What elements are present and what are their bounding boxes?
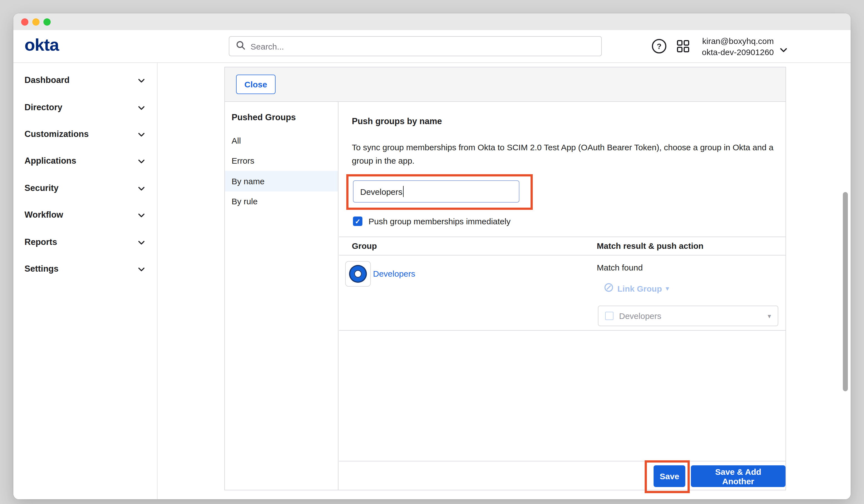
column-header-group: Group <box>352 241 377 251</box>
sidebar-item-label: Applications <box>24 156 76 166</box>
chevron-down-icon <box>138 264 145 274</box>
group-select[interactable]: Developers ▾ <box>598 305 778 326</box>
window-close-button[interactable] <box>21 18 28 25</box>
apps-grid-button[interactable] <box>676 39 690 53</box>
subnav-list: All Errors By name By rule <box>225 130 338 212</box>
group-avatar-icon <box>350 266 366 281</box>
subnav-item-all[interactable]: All <box>225 130 338 151</box>
sidebar-item-label: Reports <box>24 237 57 247</box>
close-button[interactable]: Close <box>236 75 276 94</box>
chevron-down-icon <box>138 102 145 112</box>
sidebar-item-label: Customizations <box>24 129 89 139</box>
vertical-scrollbar-thumb[interactable] <box>843 192 848 391</box>
sidebar-item-customizations[interactable]: Customizations <box>13 121 157 148</box>
chevron-down-icon[interactable] <box>780 45 787 55</box>
push-immediately-checkbox[interactable]: ✓ <box>353 217 362 226</box>
sidebar-item-applications[interactable]: Applications <box>13 147 157 175</box>
push-immediately-label[interactable]: Push group memberships immediately <box>369 217 511 226</box>
search-icon <box>236 40 245 52</box>
chevron-down-icon <box>138 156 145 166</box>
group-avatar <box>345 261 371 287</box>
column-header-match: Match result & push action <box>597 241 704 251</box>
group-link[interactable]: Developers <box>373 269 415 278</box>
desktop-background: okta ? kiran@boxyhq.com okta-dev-2090126… <box>0 0 864 504</box>
sidebar-item-label: Workflow <box>24 210 63 220</box>
chevron-down-icon <box>138 210 145 220</box>
footer-divider <box>339 461 785 461</box>
search-bar <box>229 36 602 56</box>
subnav-item-by-name[interactable]: By name <box>225 171 338 191</box>
pushed-groups-subnav: Pushed Groups All Errors By name By rule <box>225 102 338 490</box>
sidebar-item-label: Settings <box>24 264 58 274</box>
push-immediately-row: ✓ Push group memberships immediately <box>353 217 511 226</box>
window-titlebar <box>13 13 851 30</box>
push-groups-dialog: Close Pushed Groups All Errors By name B… <box>224 67 786 490</box>
chevron-down-icon <box>138 237 145 247</box>
chevron-down-icon <box>138 183 145 193</box>
sidebar-item-reports[interactable]: Reports <box>13 228 157 255</box>
chevron-down-icon: ▾ <box>768 312 771 320</box>
sidebar-item-settings[interactable]: Settings <box>13 255 157 282</box>
panel-description: To sync group memberships from Okta to S… <box>352 141 780 168</box>
sidebar-item-label: Security <box>24 183 58 193</box>
dialog-toolbar: Close <box>225 67 785 102</box>
help-button[interactable]: ? <box>652 39 667 53</box>
subnav-item-by-rule[interactable]: By rule <box>225 191 338 212</box>
app-window: okta ? kiran@boxyhq.com okta-dev-2090126… <box>13 13 851 499</box>
check-icon: ✓ <box>355 217 360 225</box>
account-org: okta-dev-20901260 <box>702 47 774 57</box>
select-checkbox <box>605 312 613 320</box>
link-group-label: Link Group <box>617 284 662 293</box>
sidebar-item-dashboard[interactable]: Dashboard <box>13 67 157 94</box>
subnav-title: Pushed Groups <box>231 112 338 122</box>
sidebar-item-directory[interactable]: Directory <box>13 94 157 121</box>
group-name-input[interactable]: Developers <box>353 180 519 203</box>
okta-logo: okta <box>24 35 59 55</box>
main-content: Close Pushed Groups All Errors By name B… <box>158 63 851 499</box>
save-add-another-button[interactable]: Save & Add Another <box>691 465 785 487</box>
search-input[interactable] <box>251 41 595 51</box>
row-divider <box>339 330 785 331</box>
panel-title: Push groups by name <box>352 116 442 127</box>
chevron-down-icon <box>138 129 145 139</box>
subnav-item-errors[interactable]: Errors <box>225 151 338 171</box>
push-by-name-panel: Push groups by name To sync group member… <box>339 102 785 490</box>
sidebar-item-label: Dashboard <box>24 75 70 85</box>
sidebar-item-workflow[interactable]: Workflow <box>13 202 157 228</box>
account-menu[interactable]: kiran@boxyhq.com okta-dev-20901260 <box>702 36 774 57</box>
app-header: okta ? kiran@boxyhq.com okta-dev-2090126… <box>13 30 851 63</box>
sidebar-item-label: Directory <box>24 102 62 112</box>
sidebar-item-security[interactable]: Security <box>13 175 157 202</box>
select-value: Developers <box>619 311 762 321</box>
account-email: kiran@boxyhq.com <box>702 36 774 47</box>
match-result-text: Match found <box>597 263 643 272</box>
chevron-down-icon: ▾ <box>666 285 669 292</box>
sidebar: Dashboard Directory Customizations Appli… <box>13 63 158 499</box>
table-header: Group Match result & push action <box>339 237 785 255</box>
text-caret <box>403 186 404 197</box>
window-minimize-button[interactable] <box>32 18 39 25</box>
link-group-dropdown[interactable]: Link Group ▾ <box>604 283 669 294</box>
save-button[interactable]: Save <box>653 465 685 487</box>
chevron-down-icon <box>138 75 145 85</box>
link-group-icon <box>604 283 613 294</box>
apps-grid-icon <box>676 45 690 55</box>
window-zoom-button[interactable] <box>44 18 51 25</box>
question-mark-icon: ? <box>657 42 661 51</box>
group-name-input-value: Developers <box>360 187 403 196</box>
